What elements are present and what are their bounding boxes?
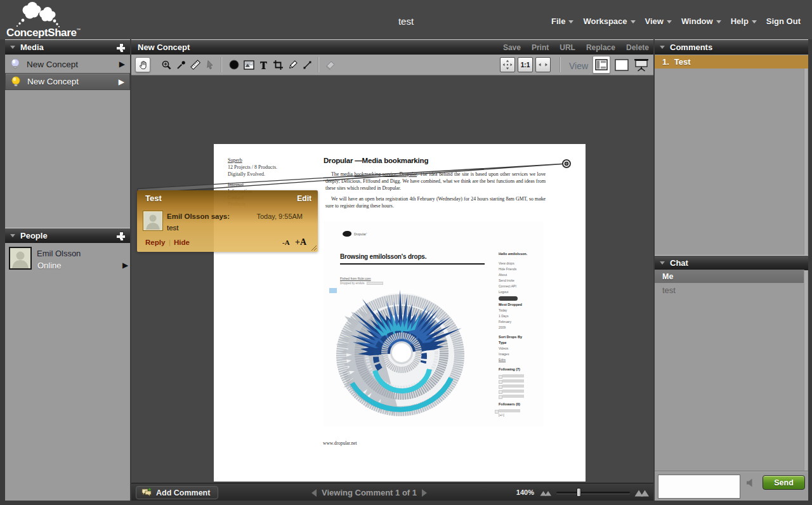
menu-window[interactable]: Window	[681, 16, 721, 26]
main-area: New Concept Save Print URL Replace Delet…	[131, 39, 653, 501]
collapse-triangle-icon[interactable]	[10, 234, 15, 237]
comment-note[interactable]: Test Edit Emil Olsson says: Today, 9:55A…	[137, 190, 318, 252]
chat-input-zone: Send	[655, 471, 808, 501]
workspace-title: test	[398, 16, 414, 27]
view-mode-presentation-button[interactable]	[633, 56, 650, 73]
media-panel-header[interactable]: Media	[5, 39, 130, 55]
fit-width-button[interactable]	[535, 57, 551, 72]
chevron-down-icon	[716, 20, 721, 23]
chat-message-author-row: Me	[655, 270, 804, 283]
zoom-out-icon[interactable]	[540, 489, 552, 496]
doc-byline: Superb 12 Projects / 8 Products. Digital…	[228, 157, 277, 178]
image-icon	[244, 60, 254, 70]
view-mode-full-button[interactable]	[613, 56, 630, 73]
doc-paragraph-1: The media bookmarking service, Dropular.…	[325, 171, 546, 192]
add-comment-button[interactable]: Add Comment	[136, 486, 218, 499]
chat-input[interactable]	[658, 475, 740, 499]
comment-list-item-1[interactable]: 1. Test	[655, 55, 808, 69]
blank-view-icon	[615, 59, 629, 71]
ruler-tool-button[interactable]	[188, 57, 203, 72]
expand-arrow-icon[interactable]: ▶	[119, 77, 124, 86]
zoom-in-icon[interactable]	[634, 488, 650, 497]
follow-row	[499, 409, 520, 412]
reply-link[interactable]: Reply	[145, 239, 165, 246]
comment-bubble-plus-icon	[141, 488, 152, 497]
dropular-logo: Dropular´	[343, 231, 367, 237]
people-panel-header[interactable]: People	[5, 228, 130, 243]
eyedropper-icon	[176, 60, 187, 70]
replace-button[interactable]: Replace	[586, 43, 615, 52]
font-larger-button[interactable]: +A	[295, 237, 306, 247]
collapse-triangle-icon[interactable]	[660, 261, 665, 265]
previous-comment-arrow[interactable]	[311, 489, 317, 497]
menu-file[interactable]: File	[551, 16, 573, 26]
zoom-percentage: 140%	[516, 489, 534, 496]
print-button[interactable]: Print	[532, 43, 549, 52]
pan-tool-button[interactable]	[135, 57, 150, 72]
embedded-screenshot: Dropular´ Browsing emilolsson's drops. F…	[324, 221, 544, 426]
eyedropper-tool-button[interactable]	[173, 57, 188, 72]
send-button[interactable]: Send	[763, 475, 805, 490]
media-item-new-concept-1[interactable]: New Concept ▶	[5, 55, 130, 73]
pencil-tool-button[interactable]	[285, 57, 300, 72]
follow-row	[502, 390, 524, 393]
comment-author: Emil Olsson says:	[167, 213, 230, 220]
comment-nav-bar: Add Comment Viewing Comment 1 of 1 140%	[131, 483, 653, 501]
actual-size-button[interactable]: 1:1	[518, 57, 533, 72]
menu-help[interactable]: Help	[731, 16, 757, 26]
comments-scrollbar-track[interactable]	[804, 69, 808, 255]
menu-bar: File Workspace View Window Help Sign Out	[551, 16, 801, 26]
add-media-button[interactable]	[117, 43, 125, 51]
view-mode-label: View	[569, 61, 588, 71]
crop-tool-button[interactable]	[270, 57, 285, 72]
url-button[interactable]: URL	[560, 43, 575, 52]
menu-sign-out[interactable]: Sign Out	[766, 16, 801, 26]
people-panel-title: People	[20, 231, 48, 240]
font-smaller-button[interactable]: -A	[282, 239, 290, 246]
eraser-icon	[325, 60, 336, 70]
chat-panel-header[interactable]: Chat	[655, 255, 808, 270]
chat-scrollbar-track[interactable]	[804, 270, 808, 471]
zoom-tool-button[interactable]	[159, 57, 174, 72]
next-comment-arrow[interactable]	[422, 489, 427, 497]
add-person-button[interactable]	[117, 232, 125, 240]
fit-screen-icon	[502, 59, 513, 70]
zoom-slider[interactable]	[556, 492, 630, 494]
zoom-slider-thumb[interactable]	[577, 488, 581, 497]
menu-workspace[interactable]: Workspace	[583, 16, 635, 26]
person-item-emil-olsson[interactable]: Emil Olsson Online ▶	[5, 243, 130, 275]
expand-arrow-icon[interactable]: ▶	[119, 60, 125, 69]
projector-screen-icon	[634, 58, 649, 72]
expand-arrow-icon[interactable]: ▶	[122, 261, 128, 270]
cursor-icon	[205, 60, 215, 70]
viewing-status: Viewing Comment 1 of 1	[322, 488, 417, 497]
edit-comment-link[interactable]: Edit	[297, 194, 311, 203]
media-item-new-concept-2[interactable]: New Concept ▶	[5, 73, 130, 90]
line-icon	[302, 60, 313, 70]
fit-screen-button[interactable]	[500, 57, 515, 72]
text-tool-button[interactable]	[256, 57, 271, 72]
hide-link[interactable]: Hide	[174, 239, 190, 246]
resize-grip[interactable]	[310, 244, 317, 251]
image-tool-button[interactable]	[241, 57, 256, 72]
line-tool-button[interactable]	[299, 57, 315, 72]
headline-rule	[340, 263, 485, 265]
review-canvas[interactable]: Superb 12 Projects / 8 Products. Digital…	[131, 75, 653, 483]
delete-button[interactable]: Delete	[626, 43, 649, 52]
menu-view[interactable]: View	[645, 16, 672, 26]
crop-icon	[273, 60, 284, 70]
collapse-triangle-icon[interactable]	[10, 46, 15, 49]
collapse-triangle-icon[interactable]	[660, 46, 665, 49]
eraser-tool-button[interactable]	[323, 57, 338, 72]
speaker-icon[interactable]	[745, 478, 756, 488]
view-mode-normal-button[interactable]	[593, 56, 610, 74]
comments-panel-header[interactable]: Comments	[655, 39, 808, 55]
color-swatch-button[interactable]	[226, 57, 242, 72]
concept-title-bar: New Concept Save Print URL Replace Delet…	[131, 39, 653, 55]
chat-message-text: test	[662, 285, 676, 295]
lightbulb-icon	[11, 76, 21, 88]
concept-actions: Save Print URL Replace Delete	[503, 43, 650, 52]
select-tool-button[interactable]	[202, 57, 218, 72]
comment-avatar	[143, 211, 162, 230]
save-button[interactable]: Save	[503, 43, 521, 52]
